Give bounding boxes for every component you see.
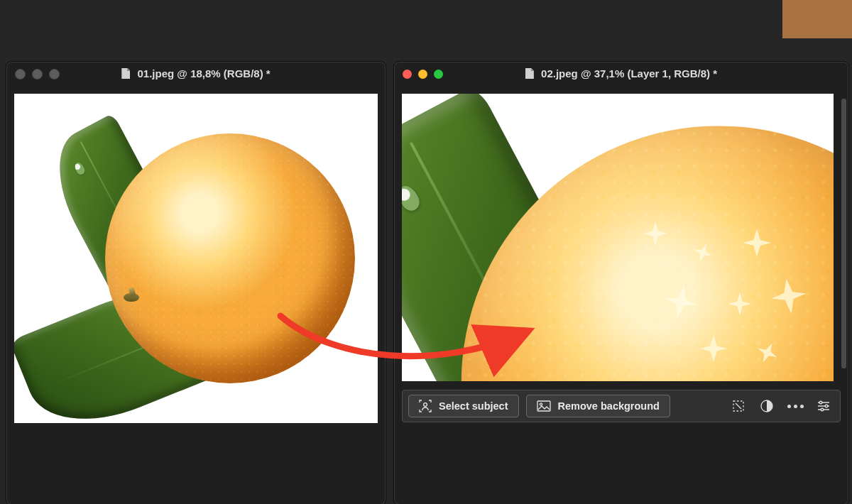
water-drop-icon: [73, 161, 87, 177]
water-drop-icon: [402, 182, 423, 214]
window-minimize-button[interactable]: [418, 70, 427, 79]
window-title: 02.jpeg @ 37,1% (Layer 1, RGB/8) *: [541, 67, 717, 80]
adjustments-button[interactable]: [756, 395, 777, 417]
remove-background-button[interactable]: Remove background: [526, 395, 670, 417]
crop-tool-button[interactable]: [728, 395, 749, 417]
svg-rect-1: [537, 401, 550, 411]
document-window-1: 01.jpeg @ 18,8% (RGB/8) *: [6, 61, 386, 504]
panel-settings-button[interactable]: [813, 395, 834, 417]
traffic-min-icon: [32, 69, 43, 80]
more-dots-icon: [787, 405, 804, 408]
traffic-lights[interactable]: [403, 62, 443, 86]
svg-point-0: [424, 403, 427, 407]
window-titlebar[interactable]: 01.jpeg @ 18,8% (RGB/8) *: [6, 62, 386, 86]
svg-point-5: [819, 401, 822, 404]
canvas-area[interactable]: [14, 94, 378, 423]
window-titlebar[interactable]: 02.jpeg @ 37,1% (Layer 1, RGB/8) *: [394, 62, 848, 86]
document-icon: [525, 68, 534, 79]
svg-point-2: [540, 403, 542, 405]
svg-point-7: [821, 408, 824, 411]
traffic-max-icon: [49, 69, 60, 80]
color-swatch: [782, 0, 852, 38]
window-maximize-button[interactable]: [434, 70, 443, 79]
window-title: 01.jpeg @ 18,8% (RGB/8) *: [137, 67, 270, 80]
select-subject-button[interactable]: Select subject: [408, 395, 519, 417]
traffic-close-icon: [15, 69, 26, 80]
person-marquee-icon: [419, 400, 432, 412]
document-icon: [121, 68, 130, 79]
quick-actions-bar: Select subject Remove background: [402, 390, 841, 422]
svg-point-6: [825, 405, 828, 407]
button-label: Select subject: [439, 400, 508, 412]
document-window-2: 02.jpeg @ 37,1% (Layer 1, RGB/8) *: [393, 61, 849, 504]
traffic-lights-disabled: [15, 62, 60, 86]
orange-fruit: [105, 133, 355, 383]
picture-remove-icon: [537, 400, 551, 412]
vertical-scrollbar[interactable]: [841, 99, 846, 368]
image-content: [14, 94, 378, 423]
canvas-area[interactable]: [402, 94, 834, 381]
button-label: Remove background: [558, 400, 660, 412]
image-content: [402, 94, 834, 381]
stem-icon: [122, 289, 142, 303]
more-actions-button[interactable]: [785, 395, 806, 417]
window-close-button[interactable]: [403, 70, 412, 79]
